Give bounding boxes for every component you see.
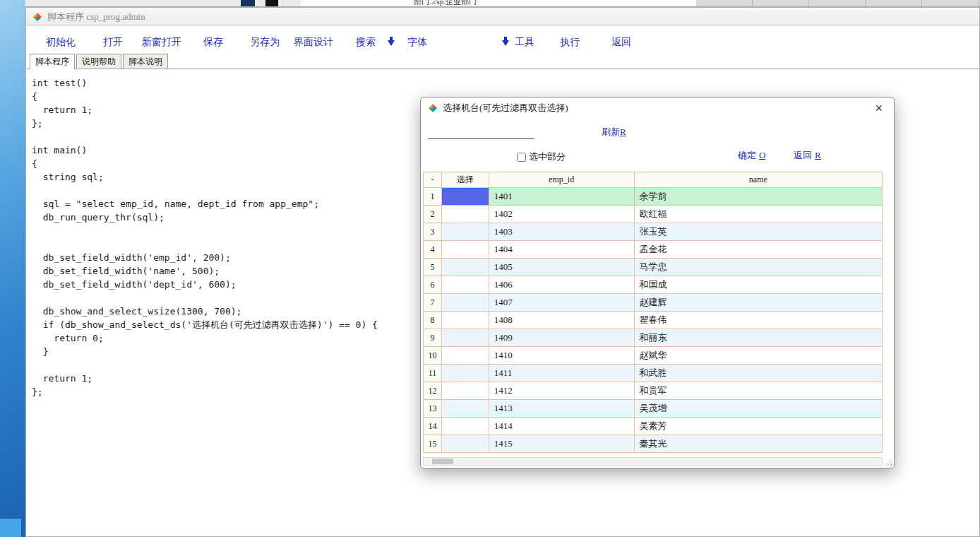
font-button[interactable]: 字体	[407, 36, 427, 49]
select-cell[interactable]	[442, 347, 489, 365]
name-cell[interactable]: 吴茂增	[635, 400, 883, 418]
table-row[interactable]: 6 1406 和国成	[424, 276, 883, 294]
name-cell[interactable]: 余学前	[635, 188, 883, 206]
init-button[interactable]: 初始化	[46, 36, 76, 49]
down-arrow-icon[interactable]	[502, 37, 509, 46]
name-cell[interactable]: 秦其光	[635, 435, 883, 453]
name-cell[interactable]: 赵建辉	[635, 294, 883, 312]
name-cell[interactable]: 马学忠	[635, 259, 883, 276]
select-cell[interactable]	[442, 435, 489, 453]
table-row[interactable]: 11 1411 和武胜	[424, 365, 883, 382]
tab-help[interactable]: 说明帮助	[76, 54, 121, 69]
checkbox-input[interactable]	[517, 153, 526, 162]
open-button[interactable]: 打开	[103, 36, 123, 49]
name-cell[interactable]: 吴素芳	[635, 418, 883, 435]
name-cell[interactable]: 瞿春伟	[635, 312, 883, 329]
background-fragment-navy-block	[241, 0, 255, 7]
resize-grip-icon[interactable]	[884, 458, 892, 466]
background-fragment-panel	[301, 0, 696, 7]
emp-id-cell[interactable]: 1411	[489, 365, 635, 382]
table-row[interactable]: 4 1404 孟金花	[424, 241, 883, 259]
emp-id-cell[interactable]: 1410	[489, 347, 635, 365]
refresh-button[interactable]: 刷新R	[602, 126, 626, 138]
tab-script-notes[interactable]: 脚本说明	[123, 54, 168, 69]
emp-id-cell[interactable]: 1404	[489, 241, 635, 259]
select-cell[interactable]	[442, 188, 489, 206]
name-cell[interactable]: 赵斌华	[635, 347, 883, 365]
table-row[interactable]: 13 1413 吴茂增	[424, 400, 883, 418]
down-arrow-icon[interactable]	[388, 37, 395, 46]
open-new-window-button[interactable]: 新窗打开	[142, 36, 181, 49]
emp-id-cell[interactable]: 1406	[489, 276, 635, 294]
tab-bar: 脚本程序 说明帮助 脚本说明	[26, 56, 979, 69]
table-row[interactable]: 8 1408 瞿春伟	[424, 312, 883, 329]
select-cell[interactable]	[442, 400, 489, 418]
select-cell[interactable]	[442, 259, 489, 276]
ui-design-button[interactable]: 界面设计	[294, 36, 333, 49]
table-row[interactable]: 14 1414 吴素芳	[424, 418, 883, 435]
header-name[interactable]: name	[635, 172, 883, 188]
ok-button[interactable]: 确定O	[738, 149, 765, 162]
select-cell[interactable]	[442, 312, 489, 329]
row-number-cell: 3	[424, 223, 442, 241]
select-cell[interactable]	[442, 418, 489, 435]
table-row[interactable]: 1 1401 余学前	[424, 188, 883, 206]
emp-id-cell[interactable]: 1412	[489, 382, 635, 400]
name-cell[interactable]: 和国成	[635, 276, 883, 294]
select-cell[interactable]	[442, 223, 489, 241]
emp-id-cell[interactable]: 1405	[489, 259, 635, 276]
select-cell[interactable]	[442, 206, 489, 223]
tools-button[interactable]: 工具	[515, 36, 534, 49]
name-cell[interactable]: 和武胜	[635, 365, 883, 382]
emp-id-cell[interactable]: 1413	[489, 400, 635, 418]
name-cell[interactable]: 孟金花	[635, 241, 883, 259]
emp-id-cell[interactable]: 1414	[489, 418, 635, 435]
name-cell[interactable]: 张玉英	[635, 223, 883, 241]
result-table: - 选择 emp_id name 1 1401 余学前 2 1402 欧红福 3…	[423, 172, 883, 453]
horizontal-scrollbar[interactable]	[423, 457, 883, 466]
table-row[interactable]: 9 1409 和丽东	[424, 329, 883, 347]
emp-id-cell[interactable]: 1402	[489, 206, 635, 223]
save-button[interactable]: 保存	[203, 36, 223, 49]
select-part-checkbox[interactable]: 选中部分	[517, 151, 566, 163]
select-cell[interactable]	[442, 294, 489, 312]
table-row[interactable]: 12 1412 和贵军	[424, 382, 883, 400]
select-cell[interactable]	[442, 365, 489, 382]
name-cell[interactable]: 和丽东	[635, 329, 883, 347]
header-select[interactable]: 选择	[442, 172, 489, 188]
dialog-title-bar[interactable]: 选择机台(可先过滤再双击选择)	[421, 98, 894, 119]
desktop-background	[0, 0, 25, 537]
back-button[interactable]: 返回R	[794, 149, 821, 162]
row-number-cell: 1	[424, 188, 442, 206]
filter-input[interactable]	[428, 127, 534, 139]
table-row[interactable]: 5 1405 马学忠	[424, 259, 883, 276]
row-number-cell: 13	[424, 400, 442, 418]
select-machine-dialog: 选择机台(可先过滤再双击选择) × 刷新R 选中部分 确定O 返回R - 选择 …	[420, 97, 895, 468]
emp-id-cell[interactable]: 1407	[489, 294, 635, 312]
select-cell[interactable]	[442, 382, 489, 400]
header-row-number[interactable]: -	[424, 172, 442, 188]
return-button[interactable]: 返回	[611, 36, 631, 49]
scrollbar-thumb[interactable]	[432, 459, 453, 464]
header-emp-id[interactable]: emp_id	[489, 172, 635, 188]
name-cell[interactable]: 欧红福	[635, 206, 883, 223]
tab-script-program[interactable]: 脚本程序	[30, 54, 75, 69]
emp-id-cell[interactable]: 1403	[489, 223, 635, 241]
close-icon[interactable]: ×	[871, 100, 887, 117]
table-row[interactable]: 10 1410 赵斌华	[424, 347, 883, 365]
emp-id-cell[interactable]: 1409	[489, 329, 635, 347]
save-as-button[interactable]: 另存为	[250, 36, 280, 49]
table-row[interactable]: 15 1415 秦其光	[424, 435, 883, 453]
search-button[interactable]: 搜索	[356, 36, 376, 49]
table-row[interactable]: 2 1402 欧红福	[424, 206, 883, 223]
table-row[interactable]: 3 1403 张玉英	[424, 223, 883, 241]
select-cell[interactable]	[442, 329, 489, 347]
select-cell[interactable]	[442, 276, 489, 294]
execute-button[interactable]: 执行	[560, 36, 580, 49]
name-cell[interactable]: 和贵军	[635, 382, 883, 400]
emp-id-cell[interactable]: 1415	[489, 435, 635, 453]
select-cell[interactable]	[442, 241, 489, 259]
emp-id-cell[interactable]: 1401	[489, 188, 635, 206]
table-row[interactable]: 7 1407 赵建辉	[424, 294, 883, 312]
emp-id-cell[interactable]: 1408	[489, 312, 635, 329]
